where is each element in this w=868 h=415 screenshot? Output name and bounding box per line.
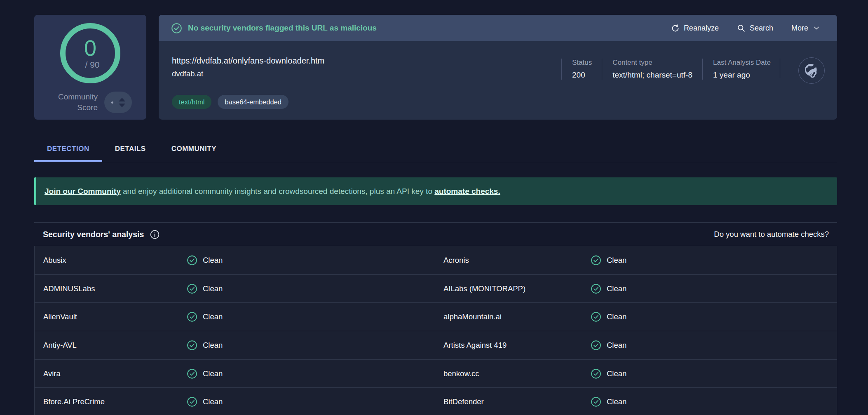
- clean-check-icon: [187, 368, 197, 379]
- table-row: Bfore.Ai PreCrime Clean BitDefender Clea…: [35, 388, 837, 415]
- vendor-name: AlienVault: [43, 312, 187, 321]
- status-field: Status 200: [561, 59, 592, 80]
- vendor-verdict: Clean: [591, 311, 837, 322]
- vendor-name: Artists Against 419: [443, 341, 591, 350]
- report-tabs: DETECTION DETAILS COMMUNITY: [34, 137, 837, 162]
- vendor-name: BitDefender: [443, 397, 591, 406]
- vendor-verdict: Clean: [591, 255, 837, 266]
- vendor-name: Avira: [43, 369, 187, 378]
- join-community-banner: Join our Community and enjoy additional …: [34, 177, 837, 205]
- tab-community[interactable]: COMMUNITY: [159, 137, 229, 162]
- tag-filetype[interactable]: text/html: [172, 95, 211, 109]
- vendor-verdict: Clean: [591, 283, 837, 294]
- clean-check-icon: [591, 368, 601, 379]
- vendor-name: alphaMountain.ai: [443, 312, 591, 321]
- globe-link-icon: [803, 62, 820, 79]
- analysis-title: Security vendors' analysis: [43, 230, 144, 239]
- table-row: AlienVault Clean alphaMountain.ai Clean: [35, 303, 837, 331]
- more-menu-button[interactable]: More: [791, 24, 821, 33]
- automate-checks-question[interactable]: Do you want to automate checks?: [714, 230, 829, 239]
- vendor-verdict: Clean: [187, 283, 443, 294]
- clean-check-icon: [187, 340, 197, 351]
- table-row: Abusix Clean Acronis Clean: [35, 246, 837, 275]
- clean-check-icon: [591, 255, 601, 266]
- vendor-name: Bfore.Ai PreCrime: [43, 397, 187, 406]
- verdict-text: No security vendors flagged this URL as …: [188, 24, 377, 33]
- analysis-header: Security vendors' analysis Do you want t…: [34, 223, 837, 246]
- community-score-label: Community Score: [58, 92, 98, 113]
- vote-up-icon[interactable]: [119, 98, 125, 101]
- clean-check-icon: [591, 340, 601, 351]
- vendor-verdict: Clean: [187, 255, 443, 266]
- vendor-verdict: Clean: [187, 340, 443, 351]
- detections-count: 0: [84, 37, 96, 59]
- reload-icon: [671, 24, 680, 33]
- search-button[interactable]: Search: [737, 24, 773, 33]
- table-row: Avira Clean benkow.cc Clean: [35, 360, 837, 388]
- vendor-verdict: Clean: [591, 368, 837, 379]
- clean-check-icon: [187, 255, 197, 266]
- community-banner-text: and enjoy additional community insights …: [121, 187, 435, 196]
- vendor-name: ADMINUSLabs: [43, 284, 187, 293]
- join-community-link[interactable]: Join our Community: [45, 187, 121, 196]
- reanalyze-button[interactable]: Reanalyze: [671, 24, 719, 33]
- vendor-verdict: Clean: [591, 396, 837, 407]
- community-vote-widget[interactable]: [104, 92, 132, 113]
- chevron-down-icon: [812, 24, 821, 32]
- clean-check-icon: [187, 396, 197, 407]
- detection-score-ring: 0 / 90: [60, 23, 120, 83]
- url-globe-link-button[interactable]: [798, 57, 825, 84]
- clean-check-icon: [591, 311, 601, 322]
- detections-total: / 90: [85, 60, 99, 70]
- tag-base64-embedded[interactable]: base64-embedded: [218, 95, 289, 109]
- table-row: ADMINUSLabs Clean AILabs (MONITORAPP) Cl…: [35, 275, 837, 303]
- tab-detection[interactable]: DETECTION: [34, 137, 102, 162]
- vendors-table: Abusix Clean Acronis Clean ADMINUSLabs: [34, 246, 837, 415]
- clean-check-icon: [187, 311, 197, 322]
- vendor-name: Abusix: [43, 256, 187, 265]
- divider: [780, 59, 780, 78]
- content-type-field: Content type text/html; charset=utf-8: [602, 59, 692, 80]
- search-icon: [737, 24, 746, 33]
- last-analysis-date-field: Last Analysis Date 1 year ago: [702, 59, 771, 80]
- info-icon[interactable]: [150, 229, 160, 240]
- vote-dot-icon: [111, 101, 113, 104]
- check-circle-icon: [171, 23, 182, 34]
- table-row: Antiy-AVL Clean Artists Against 419 Clea…: [35, 331, 837, 360]
- automate-checks-link[interactable]: automate checks.: [434, 187, 500, 196]
- http-info-block: Status 200 Content type text/html; chars…: [561, 59, 780, 80]
- clean-check-icon: [591, 396, 601, 407]
- url-report-card: No security vendors flagged this URL as …: [159, 15, 837, 120]
- vendor-verdict: Clean: [187, 396, 443, 407]
- vendor-name: Antiy-AVL: [43, 341, 187, 350]
- vendor-name: AILabs (MONITORAPP): [443, 284, 591, 293]
- vendor-verdict: Clean: [187, 368, 443, 379]
- vendor-verdict: Clean: [187, 311, 443, 322]
- community-score-card: 0 / 90 Community Score: [34, 15, 146, 120]
- vendor-verdict: Clean: [591, 340, 837, 351]
- vote-down-icon[interactable]: [119, 104, 125, 107]
- clean-check-icon: [187, 283, 197, 294]
- verdict-banner: No security vendors flagged this URL as …: [159, 15, 837, 41]
- tab-details[interactable]: DETAILS: [102, 137, 159, 162]
- vendor-name: benkow.cc: [443, 369, 591, 378]
- clean-check-icon: [591, 283, 601, 294]
- vendor-name: Acronis: [443, 256, 591, 265]
